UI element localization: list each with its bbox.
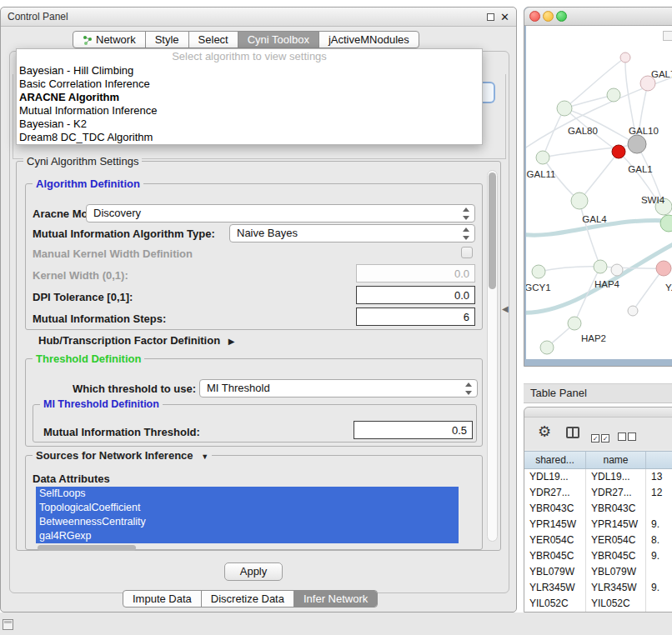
tab-select-label: Select (198, 32, 228, 48)
tab-jactivemnodules[interactable]: jActiveMNodules (318, 32, 419, 48)
hub-transcription-factor-label: Hub/Transcription Factor Definition (38, 334, 220, 347)
collapse-down-icon[interactable]: ▼ (201, 452, 208, 461)
mi-threshold-field[interactable] (354, 421, 473, 439)
settings-vertical-scrollbar[interactable] (487, 170, 498, 542)
sources-group: Sources for Network Inference ▼ Data Att… (25, 455, 483, 550)
deselect-all-icon[interactable] (618, 429, 638, 444)
network-node-gal80[interactable] (557, 101, 572, 116)
close-traffic-light-icon[interactable] (529, 11, 540, 22)
algorithm-combo-focus-fragment[interactable] (483, 82, 495, 103)
which-threshold-select[interactable]: MI Threshold (199, 379, 478, 398)
columns-icon[interactable] (566, 427, 579, 438)
network-window-titlebar[interactable] (524, 8, 672, 26)
column-header[interactable] (646, 452, 672, 468)
network-node[interactable] (540, 341, 554, 354)
node-label: GAL1 (628, 164, 652, 174)
tab-discretize-data[interactable]: Discretize Data (201, 591, 293, 607)
control-panel-titlebar[interactable]: Control Panel ✕ (1, 8, 516, 27)
apply-button[interactable]: Apply (224, 562, 283, 581)
horizontal-scrollbar-thumb[interactable] (38, 545, 136, 551)
list-item[interactable]: gal4RGexp (36, 529, 459, 543)
sources-title[interactable]: Sources for Network Inference ▼ (33, 449, 212, 462)
threshold-definition-group: Threshold Definition Which threshold to … (25, 358, 483, 447)
tab-cyni-toolbox[interactable]: Cyni Toolbox (238, 32, 318, 48)
select-all-icon[interactable]: ✓✓ (591, 429, 611, 444)
unchecked-box-icon (618, 432, 626, 441)
tab-infer-network[interactable]: Infer Network (293, 591, 377, 607)
column-header[interactable]: shared... (524, 452, 586, 468)
table-row[interactable]: YBR043C YBR043C (524, 501, 672, 517)
table-row[interactable]: YPR145W YPR145W 9. (524, 517, 672, 532)
column-header[interactable]: name (586, 452, 646, 468)
hub-transcription-factor-section[interactable]: Hub/Transcription Factor Definition ▶ (38, 334, 234, 347)
node-label: GAL4 (582, 214, 607, 224)
popup-item[interactable]: Basic Correlation Inference (17, 78, 482, 91)
network-node[interactable] (660, 215, 672, 232)
network-node-gcy1[interactable] (532, 265, 545, 278)
list-item[interactable]: SelfLoops (36, 487, 459, 501)
manual-kernel-width-checkbox[interactable] (461, 247, 473, 258)
network-node-gal1[interactable] (628, 135, 646, 153)
tab-select[interactable]: Select (188, 32, 238, 48)
table-row[interactable]: YIL052C YIL052C (524, 596, 672, 612)
network-node[interactable] (656, 261, 671, 276)
algorithm-definition-group: Algorithm Definition Aracne Mode: Discov… (25, 183, 483, 330)
float-window-icon[interactable] (487, 13, 494, 21)
network-node-hap2[interactable] (568, 317, 581, 330)
table-row[interactable]: YLR345W YLR345W 9. (524, 580, 672, 596)
table-row[interactable]: YDL19... YDL19... 13 (524, 469, 672, 485)
table-cell: YER054C (586, 532, 646, 548)
popup-item-selected[interactable]: ARACNE Algorithm (17, 91, 482, 104)
tab-network[interactable]: Network (73, 32, 145, 48)
table-cell: YDL19... (586, 469, 646, 485)
popup-placeholder: Select algorithm to view settings (17, 49, 482, 64)
aracne-mode-select[interactable]: Discovery (86, 204, 475, 222)
list-item[interactable]: BetweennessCentrality (36, 515, 459, 529)
minimize-traffic-light-icon[interactable] (543, 11, 554, 22)
network-node[interactable] (607, 88, 620, 102)
gear-icon[interactable]: ⚙ (538, 422, 551, 441)
network-canvas[interactable]: GAL7 GAL80 GAL10 GAL11 GAL1 SWI4 GAL4 GC… (526, 26, 672, 359)
dpi-tolerance-field[interactable] (356, 286, 475, 304)
table-row[interactable]: YER054C YER054C 8. (524, 532, 672, 548)
network-node-selected-red[interactable] (612, 145, 625, 158)
network-node[interactable] (611, 264, 623, 276)
window-title: Control Panel (8, 8, 68, 27)
table-cell: YIL052C (524, 596, 586, 612)
control-panel-window: Control Panel ✕ Network Style Select Cyn… (0, 7, 517, 612)
tab-discretize-data-label: Discretize Data (211, 591, 284, 608)
network-node[interactable] (628, 306, 638, 316)
table-row[interactable]: YDR27... YDR27... 12 (524, 485, 672, 501)
table-cell: YBR043C (586, 501, 646, 517)
tab-style[interactable]: Style (145, 32, 188, 48)
table-window-titlebar[interactable] (524, 408, 672, 418)
collapse-left-icon[interactable]: ◀ (502, 304, 509, 313)
table-row[interactable]: YBL079W YBL079W (524, 564, 672, 580)
network-node[interactable] (620, 52, 630, 62)
list-item[interactable]: TopologicalCoefficient (36, 501, 459, 515)
node-label: HAP4 (594, 279, 620, 289)
unchecked-box-icon (628, 432, 636, 441)
popup-item[interactable]: Dream8 DC_TDC Algorithm (17, 131, 482, 144)
table-cell: YPR145W (586, 517, 646, 532)
network-node-hap4[interactable] (594, 260, 607, 273)
checked-box-icon: ✓ (591, 434, 599, 442)
zoom-traffic-light-icon[interactable] (556, 11, 567, 22)
popup-item[interactable]: Mutual Information Inference (17, 104, 482, 118)
table-cell: 12 (646, 485, 672, 501)
popup-item[interactable]: Bayesian - Hill Climbing (17, 64, 482, 78)
network-node-gal11[interactable] (536, 151, 549, 164)
popup-item[interactable]: Bayesian - K2 (17, 118, 482, 131)
node-label: GCY1 (526, 282, 551, 292)
kernel-width-field[interactable] (356, 264, 475, 282)
mi-steps-field[interactable] (356, 308, 475, 326)
table-cell: YBR045C (524, 548, 586, 564)
restore-panel-icon[interactable] (3, 619, 13, 630)
mi-algorithm-type-select[interactable]: Naive Bayes (229, 224, 475, 242)
network-node-gal4[interactable] (571, 192, 588, 209)
expand-right-icon[interactable]: ▶ (228, 337, 235, 346)
scrollbar-thumb[interactable] (489, 172, 496, 289)
tab-impute-data[interactable]: Impute Data (123, 591, 201, 607)
table-row[interactable]: YBR045C YBR045C 9. (524, 548, 672, 564)
close-icon[interactable]: ✕ (500, 9, 509, 25)
